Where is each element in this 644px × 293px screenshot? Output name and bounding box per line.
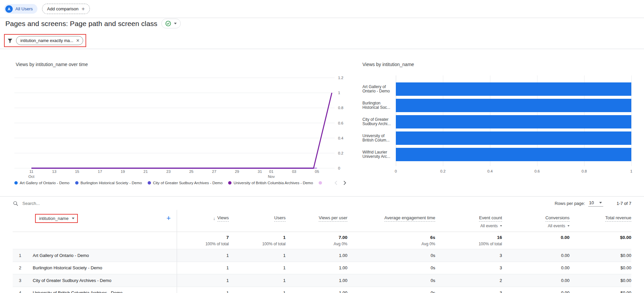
column-header-label[interactable]: Conversions [545, 215, 570, 222]
column-header-label[interactable]: Average engagement time [384, 215, 435, 222]
line-chart-title: Views by intitution_name over time [16, 62, 88, 67]
table-header-row: intitution_name + ↓ViewsUsersViews per u… [13, 210, 631, 232]
filter-annotation-box: intitution_name exactly ma... ✕ [4, 34, 86, 47]
avatar: A [5, 5, 13, 13]
column-header-total-revenue: Total revenue [570, 210, 631, 232]
bar-category-label: Wilfrid LaurierUniversity Arc... [362, 150, 394, 159]
row-metric-value: 0.00 [502, 278, 570, 283]
totals-cell: 0.00 [502, 232, 570, 240]
rows-per-page-select[interactable]: 10 [588, 200, 603, 207]
column-subfilter-label: All events [480, 224, 498, 228]
bar-category-label: Art Gallery ofOntario - Demo [362, 85, 394, 93]
filter-funnel-icon [7, 38, 13, 44]
bar-x-tick-label: 0.4 [487, 169, 493, 173]
totals-sublabel: 100% of total [435, 242, 502, 246]
bar-x-tick-label: 1 [630, 169, 632, 173]
search-input[interactable] [22, 201, 163, 206]
totals-sublabel: 100% of total [177, 242, 229, 246]
bar-category-label: BurlingtonHistorical Soc... [362, 101, 394, 110]
y-axis-tick-label: 1.2 [338, 76, 343, 80]
bar[interactable] [396, 131, 631, 145]
bar[interactable] [396, 115, 631, 128]
row-number: 2 [13, 265, 27, 270]
report-status-button[interactable] [161, 19, 181, 28]
search-wrap [13, 201, 554, 206]
totals-value: $0.00 [570, 235, 631, 240]
legend-item[interactable]: University of British Columbia Archives … [228, 181, 313, 185]
bar-x-tick-label: 0.6 [534, 169, 540, 173]
legend-item[interactable]: Art Gallery of Ontario - Demo [14, 181, 69, 185]
row-metric-value: 1 [229, 253, 286, 258]
add-column-button[interactable]: + [166, 215, 171, 222]
bar[interactable] [396, 82, 631, 96]
column-header-label[interactable]: Views [217, 215, 229, 222]
column-header-label[interactable]: Users [274, 215, 286, 222]
bar[interactable] [396, 99, 631, 112]
bar-chart-panel: Views by intitution_name Art Gallery ofO… [361, 49, 631, 197]
dimension-selector[interactable]: intitution_name [39, 216, 68, 221]
row-metric-value: 1 [177, 253, 229, 258]
totals-value: 6s [347, 235, 435, 240]
rows-per-page-label: Rows per page: [554, 201, 585, 206]
row-dimension-value: City of Greater Sudbury Archives - Demo [27, 278, 112, 283]
y-axis-tick-label: 1 [338, 91, 340, 95]
legend-item[interactable]: City of Greater Sudbury Archives - Demo [148, 181, 222, 185]
plus-icon: + [82, 6, 85, 12]
chevron-right-icon[interactable] [343, 181, 346, 185]
y-axis-tick-label: 0.8 [338, 106, 343, 110]
legend-dot-icon [148, 181, 151, 185]
row-metric-value: 1 [177, 278, 229, 283]
totals-cell: $0.00 [570, 232, 631, 240]
column-header-label[interactable]: Views per user [319, 215, 347, 222]
close-icon[interactable]: ✕ [76, 38, 79, 43]
row-metric-value: 1 [229, 278, 286, 283]
row-metric-value: 1.00 [286, 290, 347, 293]
row-metric-value: 0s [347, 265, 435, 270]
y-axis-tick-label: 0 [338, 166, 340, 170]
filter-chip[interactable]: intitution_name exactly ma... ✕ [16, 36, 83, 45]
column-subfilter-label: All events [548, 224, 565, 228]
column-header-label[interactable]: Event count [479, 215, 502, 222]
x-axis-tick-label: 25 [189, 170, 193, 174]
y-axis-tick-label: 0.4 [338, 136, 344, 140]
column-subfilter[interactable]: All events [502, 224, 570, 228]
totals-cell: 6sAvg 0% [347, 232, 435, 246]
column-header-views-per-user: Views per user [286, 210, 347, 232]
totals-sublabel: 100% of total [229, 242, 286, 246]
y-axis-tick-label: 0.6 [338, 121, 343, 125]
page-title: Pages and screens: Page path and screen … [5, 20, 157, 28]
column-header-label[interactable]: Total revenue [605, 215, 631, 222]
dimension-annotation-box: intitution_name [35, 214, 78, 223]
column-subfilter[interactable]: All events [435, 224, 502, 228]
chevron-down-icon [174, 23, 177, 24]
all-users-chip[interactable]: A All Users [4, 4, 37, 14]
legend-dot-icon [14, 181, 18, 185]
row-metric-value: $0.00 [570, 290, 631, 293]
table-row: 4University of British Columbia Archives… [13, 287, 631, 293]
column-header-conversions: ConversionsAll events [502, 210, 570, 232]
filter-chip-label: intitution_name exactly ma... [20, 38, 73, 43]
row-metric-value: $0.00 [570, 265, 631, 270]
filter-row: intitution_name exactly ma... ✕ [4, 34, 86, 47]
bar-category-label: University ofBritish Colum... [362, 134, 394, 142]
all-users-label: All Users [15, 6, 33, 11]
totals-cell: 7.00Avg 0% [286, 232, 347, 246]
row-number: 3 [13, 278, 27, 283]
legend-item[interactable]: Burlington Historical Society - Demo [75, 181, 142, 185]
row-dimension-cell: Art Gallery of Ontario - Demo [27, 249, 177, 262]
x-axis-tick-label: 23 [166, 170, 171, 174]
column-header-views: ↓Views [177, 210, 229, 232]
row-metric-value: $0.00 [570, 278, 631, 283]
add-comparison-button[interactable]: Add comparison + [42, 4, 90, 14]
chevron-down-icon [72, 218, 74, 219]
x-axis-month-label: Oct [28, 175, 35, 179]
bar[interactable] [396, 148, 631, 161]
table-row: 3City of Greater Sudbury Archives - Demo… [13, 274, 631, 287]
legend-item[interactable] [319, 181, 322, 185]
totals-cell: 1100% of total [229, 232, 286, 246]
legend-dot-icon [75, 181, 78, 185]
row-metric-value: 0s [347, 278, 435, 283]
table-toolbar: Rows per page: 10 1-7 of 7 [13, 197, 631, 210]
row-dimension-value: Art Gallery of Ontario - Demo [27, 253, 89, 258]
chevron-left-icon[interactable] [334, 181, 337, 185]
